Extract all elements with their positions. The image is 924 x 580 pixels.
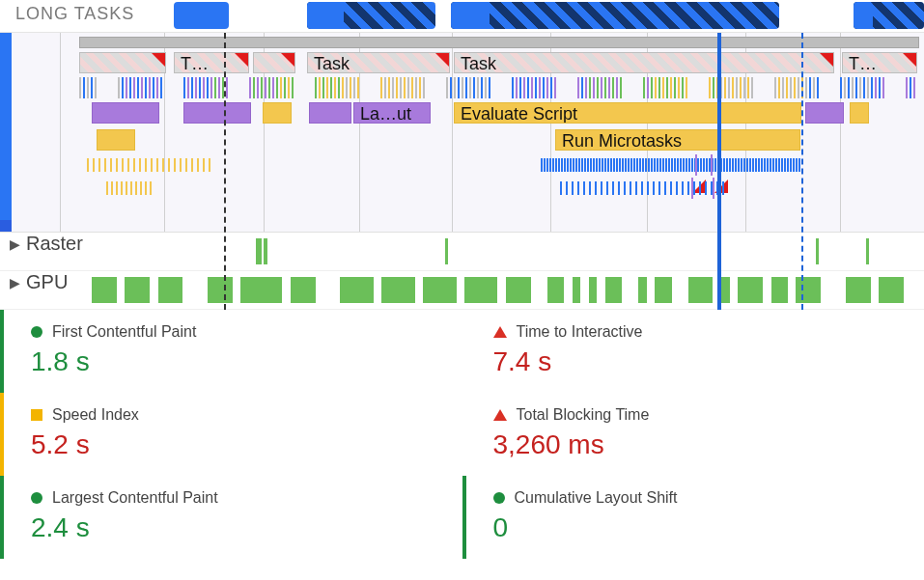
task-frame[interactable]: Task [454, 52, 834, 73]
metric-card[interactable]: Largest Contentful Paint2.4 s [0, 476, 462, 559]
layout-frame[interactable] [92, 102, 159, 124]
long-tasks-row: LONG TASKS [0, 0, 924, 33]
gpu-bars [92, 277, 920, 303]
raster-row[interactable]: ▶ Raster [0, 233, 924, 271]
layout-frame[interactable] [309, 102, 351, 124]
raster-label: Raster [26, 233, 83, 255]
script-frame[interactable] [263, 102, 292, 124]
run-microtasks-frame[interactable]: Run Microtasks [555, 129, 800, 151]
metric-name: Time to Interactive [517, 323, 643, 341]
marker-fcp [224, 33, 226, 310]
status-bad-icon [493, 409, 507, 421]
metric-card[interactable]: Cumulative Layout Shift0 [462, 476, 925, 559]
layout-frame[interactable]: La…ut [353, 102, 431, 124]
metric-value: 7.4 s [493, 346, 898, 377]
long-task-bar[interactable] [307, 2, 344, 29]
track-activity-3 [19, 178, 920, 199]
long-task-bar[interactable] [451, 2, 490, 29]
metric-card[interactable]: Time to Interactive7.4 s [462, 310, 925, 393]
marker-secondary [801, 33, 803, 310]
status-good-icon [31, 492, 42, 504]
track-microtasks: Run Microtasks [19, 127, 920, 152]
metric-value: 5.2 s [31, 429, 435, 460]
status-bad-icon [493, 326, 507, 338]
raster-bars [92, 238, 920, 264]
metric-card[interactable]: Speed Index5.2 s [0, 393, 462, 476]
metric-card[interactable]: First Contentful Paint1.8 s [0, 310, 462, 393]
metric-name: Total Blocking Time [517, 406, 650, 424]
thread-gutter [0, 33, 12, 232]
metric-name: Speed Index [52, 406, 139, 424]
status-warn-icon [31, 409, 42, 421]
metric-name: Largest Contentful Paint [52, 489, 218, 507]
script-frame[interactable] [97, 129, 135, 151]
disclosure-triangle-icon[interactable]: ▶ [10, 275, 20, 290]
track-activity-1 [19, 77, 920, 98]
long-tasks-label: LONG TASKS [15, 4, 134, 24]
layout-frame[interactable] [183, 102, 251, 124]
metric-value: 0 [493, 512, 898, 543]
long-task-bar[interactable] [174, 2, 229, 29]
metric-value: 1.8 s [31, 346, 435, 377]
task-frame[interactable]: T… [174, 52, 249, 73]
layout-frame[interactable] [805, 102, 844, 124]
evaluate-script-frame[interactable]: Evaluate Script [454, 102, 801, 124]
long-task-bar[interactable] [451, 2, 779, 29]
metric-name: Cumulative Layout Shift [515, 489, 678, 507]
task-frame[interactable]: Task [307, 52, 450, 73]
gpu-row[interactable]: ▶ GPU [0, 271, 924, 310]
long-task-bar[interactable] [854, 2, 873, 29]
track-tasks: T… Task Task T… [19, 50, 920, 75]
status-good-icon [493, 492, 505, 504]
track-script-layout: La…ut Evaluate Script [19, 100, 920, 125]
task-frame[interactable] [253, 52, 295, 73]
metric-value: 2.4 s [31, 512, 435, 543]
metrics-grid: First Contentful Paint1.8 sTime to Inter… [0, 310, 924, 559]
disclosure-triangle-icon[interactable]: ▶ [10, 236, 20, 252]
gpu-label: GPU [26, 271, 68, 293]
metric-card[interactable]: Total Blocking Time3,260 ms [462, 393, 925, 476]
marker-tti [717, 33, 721, 310]
script-frame[interactable] [850, 102, 869, 124]
flame-chart[interactable]: T… Task Task T… La…ut Evaluate Script [0, 33, 924, 233]
track-activity-2 [19, 154, 920, 176]
status-good-icon [31, 326, 42, 338]
task-frame[interactable]: T… [842, 52, 917, 73]
metric-name: First Contentful Paint [52, 323, 196, 341]
task-frame[interactable] [79, 52, 166, 73]
metric-value: 3,260 ms [493, 429, 898, 460]
